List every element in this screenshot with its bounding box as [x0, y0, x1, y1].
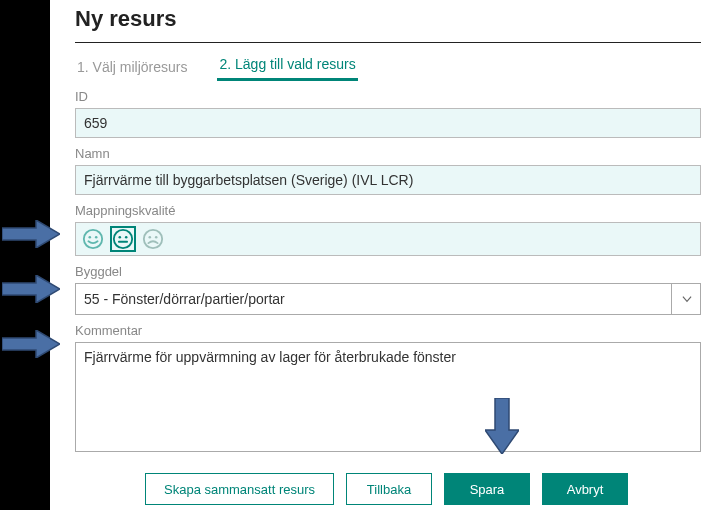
id-field[interactable]: 659: [75, 108, 701, 138]
svg-point-12: [149, 236, 152, 239]
button-row: Skapa sammansatt resurs Tillbaka Spara A…: [75, 473, 701, 505]
tab-select-resource[interactable]: 1. Välj miljöresurs: [75, 53, 189, 81]
create-composite-button[interactable]: Skapa sammansatt resurs: [145, 473, 334, 505]
svg-point-6: [95, 236, 98, 239]
face-neutral-icon[interactable]: [110, 226, 136, 252]
save-button[interactable]: Spara: [444, 473, 530, 505]
tabs: 1. Välj miljöresurs 2. Lägg till vald re…: [75, 49, 701, 81]
face-happy-icon[interactable]: [80, 226, 106, 252]
svg-point-4: [84, 230, 102, 248]
svg-marker-1: [2, 275, 60, 303]
left-black-band: [0, 0, 50, 510]
svg-point-8: [119, 236, 122, 239]
label-name: Namn: [75, 146, 701, 161]
annotation-arrow-quality: [2, 220, 60, 248]
face-sad-icon[interactable]: [140, 226, 166, 252]
quality-field: [75, 222, 701, 256]
cancel-button[interactable]: Avbryt: [542, 473, 628, 505]
svg-point-9: [125, 236, 128, 239]
svg-marker-2: [2, 330, 60, 358]
tab-add-selected-resource[interactable]: 2. Lägg till vald resurs: [217, 50, 357, 81]
annotation-arrow-byggdel: [2, 275, 60, 303]
back-button[interactable]: Tillbaka: [346, 473, 432, 505]
svg-marker-0: [2, 220, 60, 248]
label-quality: Mappningskvalité: [75, 203, 701, 218]
label-id: ID: [75, 89, 701, 104]
byggdel-value: 55 - Fönster/dörrar/partier/portar: [84, 291, 285, 307]
label-byggdel: Byggdel: [75, 264, 701, 279]
svg-point-5: [89, 236, 92, 239]
page-title: Ny resurs: [75, 6, 701, 32]
title-divider: [75, 42, 701, 43]
label-comment: Kommentar: [75, 323, 701, 338]
svg-point-13: [155, 236, 158, 239]
name-field[interactable]: Fjärrvärme till byggarbetsplatsen (Sveri…: [75, 165, 701, 195]
svg-point-11: [144, 230, 162, 248]
annotation-arrow-save: [485, 398, 519, 454]
comment-textarea[interactable]: [75, 342, 701, 452]
svg-marker-3: [485, 398, 519, 454]
name-value: Fjärrvärme till byggarbetsplatsen (Sveri…: [84, 172, 413, 188]
id-value: 659: [84, 115, 107, 131]
annotation-arrow-comment: [2, 330, 60, 358]
svg-point-7: [114, 230, 132, 248]
byggdel-select[interactable]: 55 - Fönster/dörrar/partier/portar: [75, 283, 701, 315]
chevron-down-icon[interactable]: [671, 283, 701, 315]
